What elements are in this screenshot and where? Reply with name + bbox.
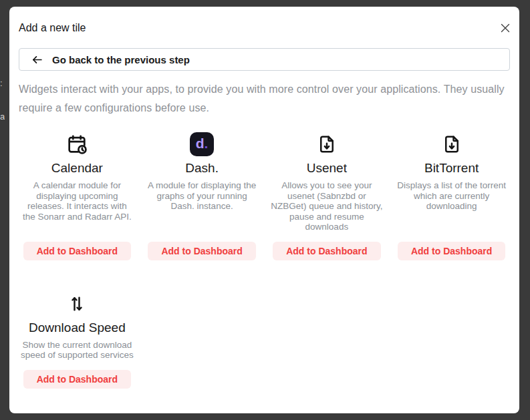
x-icon (501, 23, 510, 33)
calendar-clock-icon (65, 132, 88, 156)
widget-card-bittorrent: BitTorrent Displays a list of the torren… (394, 132, 509, 260)
background-text-fragment: : (0, 79, 5, 87)
widget-title: Dash. (185, 160, 219, 176)
widget-title: BitTorrent (424, 160, 479, 176)
widget-card-calendar: Calendar A calendar module for displayin… (20, 132, 134, 260)
widget-description: Show the current download speed of suppo… (20, 340, 134, 361)
file-download-icon (317, 132, 337, 156)
close-button[interactable] (499, 22, 511, 34)
file-download-icon (442, 132, 462, 156)
modal-title: Add a new tile (19, 21, 86, 35)
add-to-dashboard-button[interactable]: Add to Dashboard (273, 242, 380, 260)
widget-card-dash: d. Dash. A module for displaying the gra… (145, 132, 259, 260)
widget-description: A calendar module for displaying upcomin… (20, 180, 134, 222)
widget-title: Usenet (307, 160, 347, 176)
widget-title: Download Speed (29, 320, 126, 336)
arrow-left-icon (31, 54, 43, 65)
add-to-dashboard-button[interactable]: Add to Dashboard (148, 242, 255, 260)
widget-grid: Calendar A calendar module for displayin… (19, 132, 510, 389)
add-to-dashboard-button[interactable]: Add to Dashboard (398, 242, 505, 260)
arrows-up-down-icon (68, 292, 86, 316)
background-text-fragment: a (0, 112, 5, 121)
add-to-dashboard-button[interactable]: Add to Dashboard (23, 370, 131, 389)
dash-logo-icon: d. (190, 132, 214, 156)
intro-text: Widgets interact with your apps, to prov… (19, 80, 510, 118)
widget-description: Allows you to see your usenet (Sabnzbd o… (270, 180, 384, 232)
go-back-label: Go back to the previous step (52, 54, 190, 65)
modal-header: Add a new tile (19, 21, 510, 35)
go-back-button[interactable]: Go back to the previous step (19, 48, 510, 71)
widget-description: Displays a list of the torrent which are… (394, 180, 509, 212)
widget-description: A module for displaying the graphs of yo… (145, 180, 259, 212)
add-tile-modal: Add a new tile Go back to the previous s… (9, 7, 519, 413)
widget-title: Calendar (51, 160, 103, 176)
add-to-dashboard-button[interactable]: Add to Dashboard (23, 242, 131, 260)
widget-card-usenet: Usenet Allows you to see your usenet (Sa… (270, 132, 384, 260)
widget-card-download-speed: Download Speed Show the current download… (20, 292, 134, 389)
